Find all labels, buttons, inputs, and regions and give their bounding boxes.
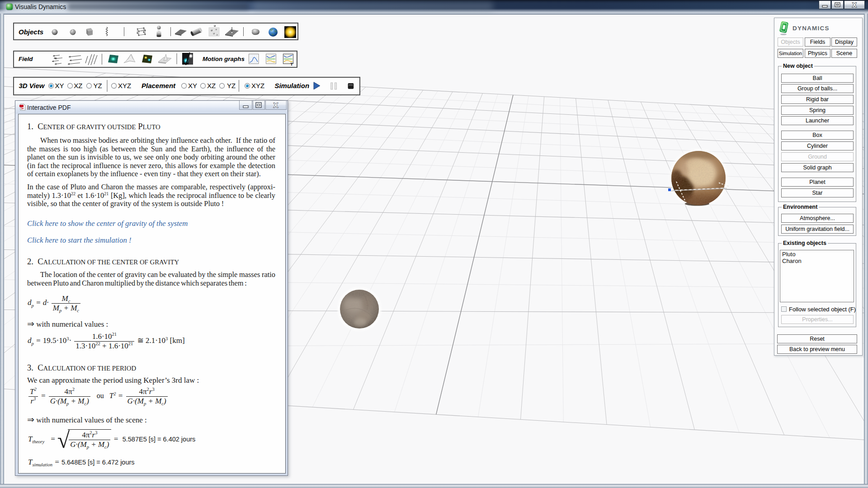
svg-text:YZ: YZ bbox=[227, 82, 236, 89]
svg-text:3D View: 3D View bbox=[19, 82, 45, 89]
svg-text:Simulation: Simulation bbox=[274, 82, 309, 89]
svg-text:X: X bbox=[852, 1, 857, 9]
svg-text:Motion graphs: Motion graphs bbox=[203, 56, 245, 62]
svg-text:X: X bbox=[274, 101, 278, 109]
svg-text:Field: Field bbox=[19, 56, 33, 62]
svg-text:XZ: XZ bbox=[207, 82, 216, 89]
svg-text:XY: XY bbox=[55, 82, 64, 89]
svg-text:XZ: XZ bbox=[74, 82, 82, 89]
svg-text:XYZ: XYZ bbox=[118, 82, 131, 89]
svg-text:XY: XY bbox=[188, 82, 197, 89]
svg-text:YZ: YZ bbox=[93, 82, 102, 89]
svg-text:XYZ: XYZ bbox=[251, 82, 264, 89]
svg-text:Placement: Placement bbox=[142, 82, 176, 89]
svg-text:T: T bbox=[290, 62, 293, 66]
svg-text:Objects: Objects bbox=[19, 28, 43, 36]
